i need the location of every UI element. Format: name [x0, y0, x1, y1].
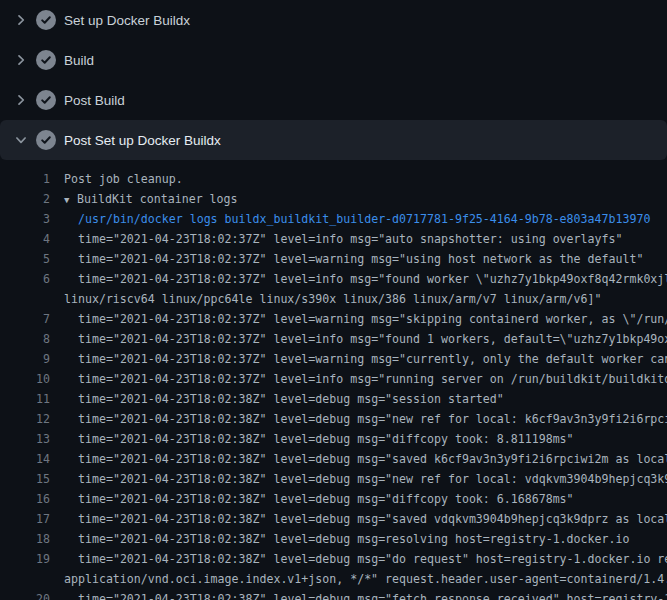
- log-line: 6 time="2021-04-23T18:02:37Z" level=info…: [0, 269, 667, 289]
- chevron-right-icon: [13, 12, 29, 28]
- log-line-text-content: time="2021-04-23T18:02:38Z" level=debug …: [78, 452, 667, 466]
- section-row-set-up-docker-buildx[interactable]: Set up Docker Buildx: [0, 0, 667, 40]
- log-line-text-content: application/vnd.oci.image.index.v1+json,…: [64, 572, 667, 586]
- log-line-text-content: time="2021-04-23T18:02:37Z" level=info m…: [78, 272, 667, 286]
- log-line-text-content: linux/riscv64 linux/ppc64le linux/s390x …: [64, 292, 601, 306]
- log-line: 15 time="2021-04-23T18:02:38Z" level=deb…: [0, 469, 667, 489]
- log-line: 13 time="2021-04-23T18:02:38Z" level=deb…: [0, 429, 667, 449]
- log-line-number[interactable]: 15: [0, 469, 50, 489]
- log-line-text: time="2021-04-23T18:02:38Z" level=debug …: [78, 589, 667, 600]
- log-line: 20 time="2021-04-23T18:02:38Z" level=deb…: [0, 589, 667, 600]
- log-line: 8 time="2021-04-23T18:02:37Z" level=info…: [0, 329, 667, 349]
- log-line-text-content: time="2021-04-23T18:02:37Z" level=info m…: [78, 332, 667, 346]
- log-line-number[interactable]: 19: [0, 549, 50, 569]
- log-line: 5 time="2021-04-23T18:02:37Z" level=warn…: [0, 249, 667, 269]
- log-line-text-content: time="2021-04-23T18:02:37Z" level=warnin…: [78, 252, 643, 266]
- check-circle-icon: [36, 10, 56, 30]
- log-line-number[interactable]: 3: [0, 209, 50, 229]
- log-line-number[interactable]: 20: [0, 589, 50, 600]
- log-line-text: time="2021-04-23T18:02:37Z" level=warnin…: [78, 309, 667, 329]
- section-row-build[interactable]: Build: [0, 40, 667, 80]
- section-row-post-set-up-docker-buildx[interactable]: Post Set up Docker Buildx: [0, 120, 667, 160]
- log-line: 7 time="2021-04-23T18:02:37Z" level=warn…: [0, 309, 667, 329]
- log-line-number[interactable]: 12: [0, 409, 50, 429]
- log-line: 18 time="2021-04-23T18:02:38Z" level=deb…: [0, 529, 667, 549]
- log-line-number[interactable]: 18: [0, 529, 50, 549]
- section-label: Build: [64, 53, 94, 68]
- log-line: 1 Post job cleanup.: [0, 169, 667, 189]
- log-line-number[interactable]: 4: [0, 229, 50, 249]
- group-collapse-icon[interactable]: ▼: [64, 190, 77, 210]
- section-label: Set up Docker Buildx: [64, 13, 190, 28]
- log-line: application/vnd.oci.image.index.v1+json,…: [0, 569, 667, 589]
- log-line-text: time="2021-04-23T18:02:38Z" level=debug …: [78, 549, 667, 569]
- log-line-text: ▼BuildKit container logs: [64, 189, 238, 209]
- log-line: 9 time="2021-04-23T18:02:37Z" level=warn…: [0, 349, 667, 369]
- log-line-text: time="2021-04-23T18:02:38Z" level=debug …: [78, 429, 574, 449]
- log-line-text: time="2021-04-23T18:02:38Z" level=debug …: [78, 469, 667, 489]
- check-circle-icon: [36, 130, 56, 150]
- log-line: 10 time="2021-04-23T18:02:37Z" level=inf…: [0, 369, 667, 389]
- log-line-text-content: time="2021-04-23T18:02:38Z" level=debug …: [78, 412, 667, 426]
- log-line: 12 time="2021-04-23T18:02:38Z" level=deb…: [0, 409, 667, 429]
- log-line-number[interactable]: 11: [0, 389, 50, 409]
- log-line-text-content: time="2021-04-23T18:02:38Z" level=debug …: [78, 552, 667, 566]
- log-line-text-content: time="2021-04-23T18:02:38Z" level=debug …: [78, 532, 629, 546]
- log-line-text-content: time="2021-04-23T18:02:38Z" level=debug …: [78, 472, 667, 486]
- log-line: 3 /usr/bin/docker logs buildx_buildkit_b…: [0, 209, 667, 229]
- log-line-number[interactable]: 7: [0, 309, 50, 329]
- log-line-text-content: time="2021-04-23T18:02:37Z" level=info m…: [78, 232, 622, 246]
- log-line: 14 time="2021-04-23T18:02:38Z" level=deb…: [0, 449, 667, 469]
- log-line-number[interactable]: 5: [0, 249, 50, 269]
- log-line-text: application/vnd.oci.image.index.v1+json,…: [64, 569, 667, 589]
- log-line-text: time="2021-04-23T18:02:38Z" level=debug …: [78, 509, 667, 529]
- log-line-text: time="2021-04-23T18:02:37Z" level=info m…: [78, 269, 667, 289]
- log-line-text: time="2021-04-23T18:02:38Z" level=debug …: [78, 389, 504, 409]
- check-circle-icon: [36, 90, 56, 110]
- log-line-number[interactable]: 17: [0, 509, 50, 529]
- log-line-number[interactable]: 2: [0, 189, 50, 209]
- log-line-number[interactable]: 1: [0, 169, 50, 189]
- log-line-text-content: time="2021-04-23T18:02:37Z" level=warnin…: [78, 312, 667, 326]
- log-line-text-content: time="2021-04-23T18:02:37Z" level=warnin…: [78, 352, 667, 366]
- log-line-number[interactable]: 9: [0, 349, 50, 369]
- log-line-number[interactable]: 6: [0, 269, 50, 289]
- log-line-number[interactable]: 16: [0, 489, 50, 509]
- log-line-text: time="2021-04-23T18:02:37Z" level=warnin…: [78, 249, 643, 269]
- log-line-text-content: time="2021-04-23T18:02:38Z" level=debug …: [78, 592, 667, 600]
- log-line-number[interactable]: 10: [0, 369, 50, 389]
- section-row-post-build[interactable]: Post Build: [0, 80, 667, 120]
- log-line-text: time="2021-04-23T18:02:37Z" level=info m…: [78, 229, 622, 249]
- log-line-text-content: time="2021-04-23T18:02:37Z" level=info m…: [78, 372, 667, 386]
- log-line-text: time="2021-04-23T18:02:38Z" level=debug …: [78, 449, 667, 469]
- log-line-number[interactable]: 8: [0, 329, 50, 349]
- chevron-down-icon: [13, 132, 29, 148]
- log-line[interactable]: 2 ▼BuildKit container logs: [0, 189, 667, 209]
- log-line-number[interactable]: 13: [0, 429, 50, 449]
- log-line-text: time="2021-04-23T18:02:37Z" level=info m…: [78, 329, 667, 349]
- log-line: 17 time="2021-04-23T18:02:38Z" level=deb…: [0, 509, 667, 529]
- log-line-text-content: time="2021-04-23T18:02:38Z" level=debug …: [78, 432, 574, 446]
- log-line-text-content: time="2021-04-23T18:02:38Z" level=debug …: [78, 392, 504, 406]
- section-label: Post Set up Docker Buildx: [64, 133, 221, 148]
- steps-list: Set up Docker Buildx Build: [0, 0, 667, 160]
- log-line-text: time="2021-04-23T18:02:38Z" level=debug …: [78, 529, 629, 549]
- log-line: 4 time="2021-04-23T18:02:37Z" level=info…: [0, 229, 667, 249]
- log-line-text-content: time="2021-04-23T18:02:38Z" level=debug …: [78, 492, 574, 506]
- log-line-number[interactable]: 14: [0, 449, 50, 469]
- log-line: 11 time="2021-04-23T18:02:38Z" level=deb…: [0, 389, 667, 409]
- log-line: 19 time="2021-04-23T18:02:38Z" level=deb…: [0, 549, 667, 569]
- log-line-text: time="2021-04-23T18:02:37Z" level=info m…: [78, 369, 667, 389]
- log-line-text-content: BuildKit container logs: [77, 192, 238, 206]
- log-line: linux/riscv64 linux/ppc64le linux/s390x …: [0, 289, 667, 309]
- workflow-log-viewer: Set up Docker Buildx Build: [0, 0, 667, 600]
- log-line-text: linux/riscv64 linux/ppc64le linux/s390x …: [64, 289, 601, 309]
- log-line-number[interactable]: [0, 569, 50, 589]
- log-line-text: time="2021-04-23T18:02:37Z" level=warnin…: [78, 349, 667, 369]
- log-line: 16 time="2021-04-23T18:02:38Z" level=deb…: [0, 489, 667, 509]
- log-line-text: time="2021-04-23T18:02:38Z" level=debug …: [78, 409, 667, 429]
- log-line-number[interactable]: [0, 289, 50, 309]
- check-circle-icon: [36, 50, 56, 70]
- log-line-text: time="2021-04-23T18:02:38Z" level=debug …: [78, 489, 574, 509]
- section-label: Post Build: [64, 93, 125, 108]
